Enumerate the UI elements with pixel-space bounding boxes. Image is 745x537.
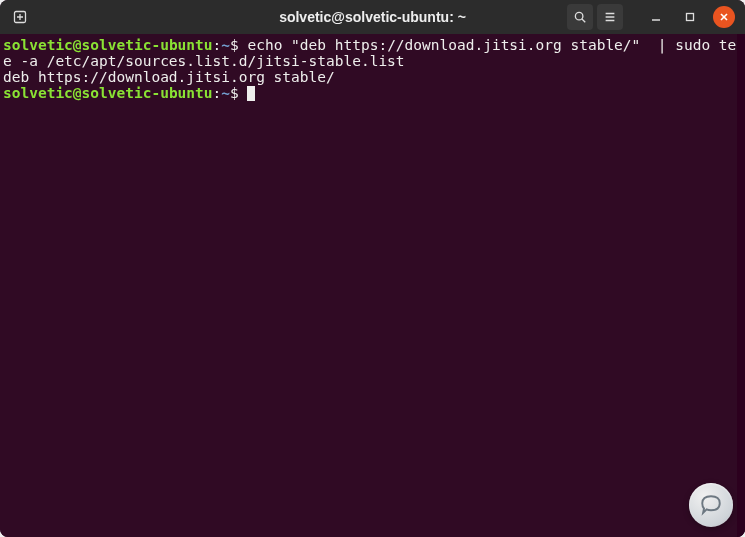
svg-rect-9	[687, 14, 694, 21]
maximize-button[interactable]	[679, 6, 701, 28]
terminal-body[interactable]: solvetic@solvetic-ubuntu:~$ echo "deb ht…	[0, 34, 745, 537]
menu-button[interactable]	[597, 4, 623, 30]
hamburger-menu-icon	[603, 10, 617, 24]
prompt-at: @	[73, 37, 82, 53]
command-text-2	[239, 85, 248, 101]
maximize-icon	[685, 12, 695, 22]
prompt-colon: :	[213, 37, 222, 53]
minimize-button[interactable]	[645, 6, 667, 28]
prompt-dollar: $	[230, 37, 239, 53]
svg-line-4	[582, 19, 585, 22]
new-tab-icon	[12, 9, 28, 25]
prompt-user: solvetic	[3, 85, 73, 101]
close-button[interactable]	[713, 6, 735, 28]
terminal-output-1: deb https://download.jitsi.org stable/	[3, 70, 742, 86]
prompt-at: @	[73, 85, 82, 101]
terminal-window: solvetic@solvetic-ubuntu: ~	[0, 0, 745, 537]
cursor	[247, 86, 255, 101]
prompt-host: solvetic-ubuntu	[82, 37, 213, 53]
search-button[interactable]	[567, 4, 593, 30]
svg-point-3	[575, 12, 583, 20]
chat-assist-icon	[697, 491, 725, 519]
titlebar-left	[6, 4, 34, 30]
window-title: solvetic@solvetic-ubuntu: ~	[279, 9, 466, 25]
search-icon	[573, 10, 587, 24]
chat-assist-button[interactable]	[689, 483, 733, 527]
titlebar[interactable]: solvetic@solvetic-ubuntu: ~	[0, 0, 745, 34]
terminal-line-1: solvetic@solvetic-ubuntu:~$ echo "deb ht…	[3, 38, 742, 70]
minimize-icon	[651, 12, 661, 22]
prompt-user: solvetic	[3, 37, 73, 53]
prompt-path: ~	[221, 37, 230, 53]
terminal-line-2: solvetic@solvetic-ubuntu:~$	[3, 86, 742, 102]
scrollbar-track[interactable]	[737, 34, 745, 537]
prompt-path: ~	[221, 85, 230, 101]
prompt-colon: :	[213, 85, 222, 101]
prompt-dollar: $	[230, 85, 239, 101]
titlebar-right	[567, 4, 739, 30]
close-icon	[719, 12, 729, 22]
new-tab-button[interactable]	[6, 4, 34, 30]
prompt-host: solvetic-ubuntu	[82, 85, 213, 101]
